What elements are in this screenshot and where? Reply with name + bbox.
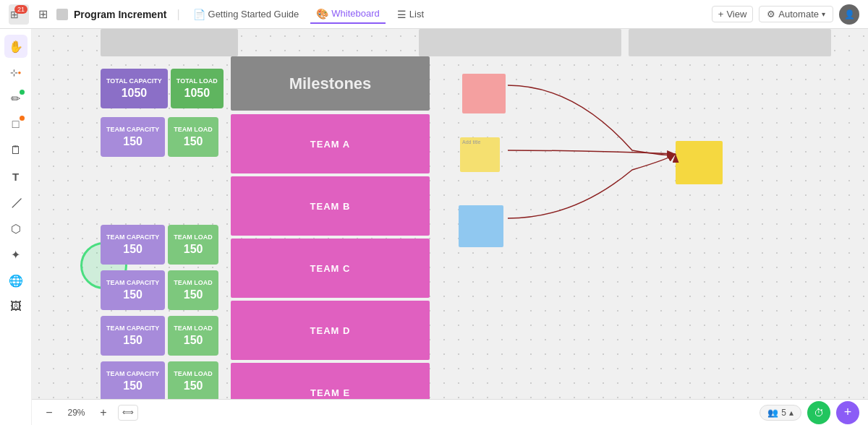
page-title: Program Increment xyxy=(74,9,166,20)
team-load-cell-1: Team Load 150 xyxy=(168,117,218,157)
page-icon xyxy=(56,9,68,20)
automate-icon: ⚙ xyxy=(767,9,775,20)
zoom-in-button[interactable]: + xyxy=(95,404,112,421)
capacity-table: TOTAL CAPACITY 1050 TOTAL LOAD 1050 Team… xyxy=(101,69,224,401)
team-load-cell-3: Team Load 150 xyxy=(168,270,218,310)
total-load-cell: TOTAL LOAD 1050 xyxy=(171,69,224,108)
connect-tool[interactable]: ⬡ xyxy=(4,217,27,240)
team-row-5: Team Capacity 150 Team Load 150 xyxy=(101,361,224,401)
nav-whiteboard[interactable]: 🎨 Whiteboard xyxy=(310,5,385,24)
top-navigation-bar: ⊞ 21 ⊞ Program Increment | 📄 Getting Sta… xyxy=(0,0,868,29)
image-tool[interactable]: 🖼 xyxy=(4,295,27,318)
collaborators-button[interactable]: 👥 5 ▴ xyxy=(760,405,801,421)
plus-icon: + xyxy=(718,9,724,20)
note-tool[interactable]: 🗒 xyxy=(4,139,27,162)
main-area: ✋ ⊹● ✏ □ 🗒 T — ⬡ ✦ 🌐 🖼 TOTAL CAPA xyxy=(0,29,868,425)
hand-tool[interactable]: ✋ xyxy=(4,35,27,58)
canvas-area[interactable]: TOTAL CAPACITY 1050 TOTAL LOAD 1050 Team… xyxy=(32,29,868,425)
notification-badge: 21 xyxy=(14,5,27,14)
nav-list[interactable]: ☰ List xyxy=(391,6,430,23)
team-load-cell-5: Team Load 150 xyxy=(168,361,218,401)
app-icon[interactable]: ⊞ 21 xyxy=(9,4,29,25)
doc-icon: 📄 xyxy=(193,9,205,20)
select-tool[interactable]: ⊹● xyxy=(4,61,27,84)
team-a-row: TEAM A xyxy=(231,114,430,173)
text-tool[interactable]: T xyxy=(4,165,27,188)
team-row-4: Team Capacity 150 Team Load 150 xyxy=(101,316,224,356)
draw-tool[interactable]: ✏ xyxy=(4,87,27,110)
team-capacity-cell-5: Team Capacity 150 xyxy=(101,361,165,401)
top-bar-mid xyxy=(419,29,621,56)
team-b-row: TEAM B xyxy=(231,176,430,236)
team-capacity-cell-3: Team Capacity 150 xyxy=(101,270,165,310)
clock-icon: ⏱ xyxy=(814,407,824,418)
team-row-1: Team Capacity 150 Team Load 150 xyxy=(101,117,224,157)
timer-button[interactable]: ⏱ xyxy=(807,401,830,424)
whiteboard-icon: 🎨 xyxy=(316,8,328,20)
grid-icon[interactable]: ⊞ xyxy=(35,7,51,22)
sticky-note-blue[interactable] xyxy=(459,205,503,247)
team-load-cell-2: Team Load 150 xyxy=(168,225,218,265)
people-icon: 👥 xyxy=(767,408,778,418)
team-load-cell-4: Team Load 150 xyxy=(168,316,218,356)
add-element-button[interactable]: + xyxy=(836,401,859,424)
team-capacity-cell-2: Team Capacity 150 xyxy=(101,225,165,265)
team-d-row: TEAM D xyxy=(231,301,430,360)
zoom-level-display: 29% xyxy=(64,408,89,418)
nav-getting-started[interactable]: 📄 Getting Started Guide xyxy=(187,6,305,23)
sticky-note-yellow-large[interactable] xyxy=(676,141,723,184)
line-tool[interactable]: — xyxy=(0,186,32,218)
top-bar-left xyxy=(101,29,238,56)
bottom-right-controls: 👥 5 ▴ ⏱ + xyxy=(760,401,859,424)
team-capacity-cell-4: Team Capacity 150 xyxy=(101,316,165,356)
chevron-down-icon: ▾ xyxy=(822,10,825,18)
total-capacity-cell: TOTAL CAPACITY 1050 xyxy=(101,69,168,108)
automate-button[interactable]: ⚙ Automate ▾ xyxy=(759,6,833,22)
sticky-note-pink[interactable] xyxy=(462,74,506,113)
shape-tool[interactable]: □ xyxy=(4,113,27,136)
team-c-row: TEAM C xyxy=(231,239,430,298)
chevron-up-icon: ▴ xyxy=(789,408,793,418)
sticky-note-yellow-small[interactable]: Add title xyxy=(460,137,500,172)
bottom-bar: − 29% + ⟺ 👥 5 ▴ ⏱ + xyxy=(32,399,868,425)
plus-icon: + xyxy=(844,405,852,420)
team-row-2: Team Capacity 150 Team Load 150 xyxy=(101,225,224,265)
team-capacity-cell-1: Team Capacity 150 xyxy=(101,117,165,157)
team-row-3: Team Capacity 150 Team Load 150 xyxy=(101,270,224,310)
fit-icon: ⟺ xyxy=(122,408,134,417)
fit-to-screen-button[interactable]: ⟺ xyxy=(118,405,138,421)
milestones-header: Milestones xyxy=(231,56,430,111)
top-bar-right xyxy=(629,29,831,56)
user-avatar[interactable]: 👤 xyxy=(839,4,859,25)
globe-tool[interactable]: 🌐 xyxy=(4,269,27,292)
auto-tool[interactable]: ✦ xyxy=(4,243,27,266)
view-button[interactable]: + View xyxy=(712,6,754,22)
total-row: TOTAL CAPACITY 1050 TOTAL LOAD 1050 xyxy=(101,69,224,108)
zoom-out-button[interactable]: − xyxy=(41,404,58,421)
list-icon: ☰ xyxy=(397,9,407,20)
left-toolbar: ✋ ⊹● ✏ □ 🗒 T — ⬡ ✦ 🌐 🖼 xyxy=(0,29,32,425)
